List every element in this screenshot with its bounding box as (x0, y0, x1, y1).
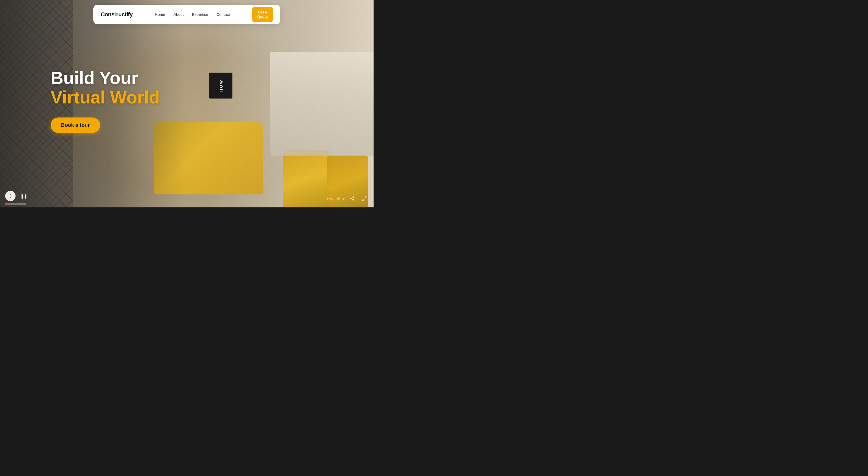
bottom-right-controls: Help Terms (327, 194, 368, 203)
svg-point-0 (353, 196, 354, 198)
logo-text-part1: Cons (101, 11, 115, 18)
terms-link[interactable]: Terms (337, 197, 344, 200)
nav-item-about[interactable]: About (174, 12, 184, 17)
stool-1-decoration (283, 150, 330, 208)
navbar: Cons t ructify Home About Expertise Cont… (93, 5, 280, 24)
share-icon[interactable] (348, 194, 356, 203)
progress-bar (5, 203, 26, 204)
hero-content: Build Your Virtual World Book a tour (51, 68, 160, 133)
logo[interactable]: Cons t ructify (101, 11, 133, 18)
logo-text-part2: t (115, 11, 116, 18)
nav-link-contact[interactable]: Contact (217, 12, 230, 17)
nav-link-home[interactable]: Home (155, 12, 165, 17)
hero-title-line1: Build Your (51, 68, 160, 88)
nav-item-expertise[interactable]: Expertise (192, 12, 208, 17)
logo-text-part3: ructify (116, 11, 133, 18)
svg-line-6 (363, 199, 364, 201)
nav-link-expertise[interactable]: Expertise (192, 12, 208, 17)
pause-button[interactable]: ❚❚ (19, 191, 29, 201)
svg-line-3 (351, 199, 353, 200)
nav-item-home[interactable]: Home (155, 12, 165, 17)
svg-point-2 (353, 199, 354, 201)
timeline-progress (5, 204, 8, 205)
nav-link-about[interactable]: About (174, 12, 184, 17)
scroll-up-button[interactable]: ⇧ (5, 191, 16, 201)
help-link[interactable]: Help (327, 197, 333, 200)
nav-links: Home About Expertise Contact (155, 12, 230, 17)
nav-item-contact[interactable]: Contact (217, 12, 230, 17)
wall-art: now (209, 72, 232, 98)
kitchen-counter (270, 52, 374, 156)
bottom-controls: ⇧ ❚❚ (5, 191, 29, 201)
book-tour-button[interactable]: Book a tour (51, 118, 100, 133)
fullscreen-icon[interactable] (360, 194, 368, 203)
get-quote-button[interactable]: Get a Quote (252, 7, 273, 22)
timeline-bar[interactable] (5, 204, 26, 205)
hero-title-line2: Virtual World (51, 88, 160, 107)
svg-line-5 (365, 197, 366, 198)
svg-line-4 (351, 197, 353, 198)
chevron-up-icon: ⇧ (9, 194, 12, 199)
svg-point-1 (350, 198, 352, 199)
pause-icon: ❚❚ (21, 194, 27, 199)
